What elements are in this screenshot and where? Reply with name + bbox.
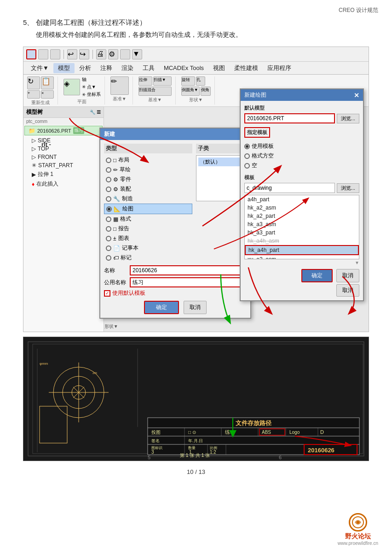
- ribbon-btn-scan[interactable]: 扫描▼: [153, 76, 172, 86]
- nf-type-sketch[interactable]: ✏ 草绘: [104, 165, 192, 175]
- template-xu-a2-asm[interactable]: xu_a2_asm: [245, 255, 359, 259]
- nf-name-label: 名称: [104, 267, 127, 275]
- nf-cancel-button[interactable]: 取消: [184, 301, 207, 314]
- nd-radio-format[interactable]: 格式方空: [244, 151, 359, 161]
- ribbon-btn-plane[interactable]: ◈: [63, 79, 80, 95]
- nf-type-report[interactable]: □ 报告: [104, 224, 192, 234]
- pagination-text: 10 / 13: [187, 468, 205, 475]
- toolbar-btn-misc2[interactable]: ▼: [132, 49, 142, 59]
- svg-text:5: 5: [148, 455, 150, 460]
- nf-common-name-label: 公用名称: [104, 279, 127, 286]
- nf-type-notepad[interactable]: 📄 记事本: [104, 243, 192, 253]
- ribbon-axis-label: 轴: [82, 76, 101, 83]
- nf-use-template-checkbox[interactable]: ✓: [104, 290, 110, 297]
- nf-label-part: 零件: [120, 175, 131, 183]
- menu-app[interactable]: 应用程序: [263, 63, 296, 73]
- menu-analysis[interactable]: 分析: [75, 63, 96, 73]
- radio-use-template-dot: [244, 144, 250, 149]
- menu-bar: 文件▼ 模型 分析 注释 渲染 工具 MCADEx Tools 视图 柔性建模 …: [23, 62, 369, 75]
- nd-radio-empty[interactable]: 空: [244, 161, 359, 170]
- ribbon-coord-label: ⚹ 坐标系: [82, 91, 101, 98]
- nd-browse-btn[interactable]: 浏览...: [337, 114, 359, 123]
- ribbon-btn-scanmix[interactable]: 扫描混合: [138, 87, 172, 96]
- toolbar-btn-redo[interactable]: ↪: [79, 49, 89, 59]
- svg-text:文件存放路径: 文件存放路径: [236, 420, 272, 426]
- tree-item-side[interactable]: ▷ SIDE: [23, 136, 104, 145]
- toolbar-btn-save[interactable]: [50, 49, 60, 59]
- template-hk-a2-asm[interactable]: hk_a2_asm: [245, 204, 359, 212]
- nf-type-format[interactable]: ▦ 格式: [104, 214, 192, 224]
- nd-cancel-button[interactable]: 取消: [336, 269, 359, 282]
- ribbon-group-rotate: 旋转 孔 倒圆角▼ 倒角 形状▼: [181, 76, 215, 105]
- ribbon-btn-1[interactable]: ↻: [27, 76, 40, 89]
- template-hk-a4h-asm[interactable]: hk_a4h_asm: [245, 237, 359, 245]
- template-hk-a3-asm[interactable]: hk_a3_asm: [245, 220, 359, 228]
- tree-item-root[interactable]: 📁 20160626.PRT 练习: [24, 126, 103, 135]
- nf-label-asm: 装配: [120, 185, 131, 193]
- nf-type-part[interactable]: ⚙ 零件: [104, 175, 192, 184]
- ribbon-btn-4[interactable]: ×: [41, 90, 54, 99]
- nf-type-asm[interactable]: ⚙ 装配: [104, 184, 192, 194]
- menu-file[interactable]: 文件▼: [26, 63, 53, 73]
- nd-lower-cancel: 取消: [244, 284, 359, 297]
- template-hk-a4h-part[interactable]: hk_a4h_part: [245, 245, 359, 255]
- ribbon-btn-2[interactable]: 📋: [41, 76, 54, 89]
- nf-ok-button[interactable]: 确定: [144, 301, 179, 314]
- nd-template-input[interactable]: [244, 183, 335, 193]
- menu-tools[interactable]: 工具: [138, 63, 159, 73]
- toolbar-btn-settings[interactable]: ⚙: [108, 49, 118, 59]
- ribbon-btn-round[interactable]: 倒圆角▼: [181, 87, 200, 96]
- menu-render[interactable]: 渲染: [117, 63, 138, 73]
- nf-type-chart[interactable]: ± 图表: [104, 234, 192, 243]
- toolbar-btn-new[interactable]: [26, 49, 36, 59]
- tree-item-top[interactable]: ▷ TOP: [23, 145, 104, 153]
- toolbar-btn-print[interactable]: 🖨: [96, 49, 106, 59]
- nd-default-model-row: 浏览...: [244, 113, 359, 123]
- tree-item-extrude[interactable]: ▶ 拉伸 1: [23, 169, 104, 179]
- nd-radio-use-template[interactable]: 使用模板: [244, 141, 359, 151]
- nf-name-input[interactable]: [130, 265, 247, 275]
- ribbon-btn-extrude[interactable]: 拉伸: [138, 76, 152, 86]
- nd-template-browse-btn[interactable]: 浏览...: [337, 183, 359, 193]
- menu-view[interactable]: 视图: [208, 63, 230, 73]
- toolbar-btn-open[interactable]: [38, 49, 48, 59]
- nf-type-mfg[interactable]: 🔧 制造: [104, 194, 192, 204]
- toolbar-btn-misc1[interactable]: [120, 49, 130, 59]
- template-hk-a2-part[interactable]: hk_a2_part: [245, 212, 359, 220]
- template-list[interactable]: a4h_part hk_a2_asm hk_a2_part hk_a3_asm …: [244, 195, 359, 259]
- nf-subtype-list: （默认）: [196, 155, 247, 201]
- nf-type-mark[interactable]: 🏷 标记: [104, 253, 192, 263]
- menu-annotation[interactable]: 注释: [96, 63, 117, 73]
- nf-type-drawing[interactable]: 📐 绘图: [104, 204, 192, 214]
- tree-label-front: FRONT: [38, 154, 57, 160]
- screenshot-container: ↩ ↪ 🖨 ⚙ ▼ 文件▼ 模型 分析 注释 渲染 工具 MCADEx Tool…: [23, 47, 369, 332]
- tree-label-start: START_PART: [38, 162, 73, 169]
- toolbar-btn-undo[interactable]: ↩: [67, 49, 77, 59]
- template-a4h-part[interactable]: a4h_part: [245, 195, 359, 204]
- template-hk-a3-part[interactable]: hk_a3_part: [245, 228, 359, 237]
- svg-text:练习: 练习: [225, 429, 235, 435]
- ribbon-btn-hole[interactable]: 孔: [196, 76, 205, 86]
- menu-flex[interactable]: 柔性建模: [230, 63, 263, 73]
- nf-common-name-input[interactable]: [130, 277, 247, 287]
- svg-text:Logo: Logo: [289, 430, 300, 435]
- new-drawing-close[interactable]: ✕: [354, 92, 359, 99]
- ribbon-btn-rotate[interactable]: 旋转: [181, 76, 195, 86]
- ribbon-btn-sketch[interactable]: ✏: [110, 76, 129, 95]
- menu-model[interactable]: 模型: [53, 63, 75, 73]
- nd-default-model-input[interactable]: [244, 113, 335, 123]
- nf-subtype-default[interactable]: （默认）: [198, 158, 244, 166]
- tree-item-front[interactable]: ▷ FRONT: [23, 153, 104, 161]
- nd-lower-cancel-btn[interactable]: 取消: [336, 284, 359, 297]
- menu-mcadex[interactable]: MCADEx Tools: [159, 64, 208, 72]
- nf-icon-chart: ±: [113, 235, 116, 242]
- svg-text:ABS: ABS: [262, 430, 271, 435]
- tree-item-insert[interactable]: ♦ 在此插入: [23, 179, 104, 189]
- nd-ok-button[interactable]: 确定: [301, 269, 333, 282]
- nf-type-layout[interactable]: □ 布局: [104, 155, 192, 165]
- ribbon-btn-3[interactable]: +: [27, 90, 40, 99]
- new-drawing-title: 新建绘图: [244, 91, 266, 99]
- new-file-dialog: 新建 类型 □ 布局: [99, 128, 251, 319]
- ribbon-btn-chamfer[interactable]: 倒角: [201, 87, 211, 96]
- tree-item-start[interactable]: ✳ START_PART: [23, 161, 104, 169]
